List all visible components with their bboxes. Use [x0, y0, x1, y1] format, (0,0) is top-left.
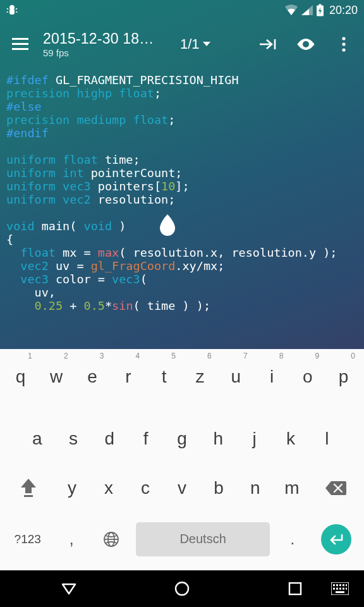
svg-rect-7 [318, 4, 321, 6]
chevron-down-icon [202, 41, 211, 47]
key-h[interactable]: h [200, 414, 236, 464]
key-c[interactable]: c [127, 463, 164, 513]
hint-9: 9 [289, 352, 325, 364]
key-g[interactable]: g [164, 414, 200, 464]
key-y[interactable]: y [54, 463, 90, 513]
key-p[interactable]: p [325, 364, 361, 414]
svg-rect-10 [12, 48, 28, 50]
android-debug-icon [6, 4, 18, 16]
svg-rect-31 [339, 588, 341, 590]
key-s[interactable]: s [55, 414, 91, 464]
battery-charging-icon [316, 4, 324, 16]
key-e[interactable]: e [75, 364, 111, 414]
status-bar: 20:20 [0, 0, 364, 20]
key-row-4: ?123 , Deutsch . [0, 513, 364, 570]
language-key[interactable] [90, 513, 132, 565]
app-bar: 2015-12-30 18… 59 fps 1/1 [0, 20, 364, 68]
svg-rect-27 [343, 584, 344, 586]
key-l[interactable]: l [309, 414, 345, 464]
document-title: 2015-12-30 18… [43, 30, 170, 47]
svg-rect-32 [343, 588, 344, 590]
hint-1: 1 [3, 352, 39, 364]
key-u[interactable]: u [218, 364, 254, 414]
code-editor[interactable]: #ifdef GL_FRAGMENT_PRECISION_HIGHprecisi… [0, 68, 364, 349]
svg-rect-8 [12, 38, 28, 40]
svg-rect-9 [12, 43, 28, 45]
enter-key[interactable] [312, 513, 361, 565]
spacebar[interactable]: Deutsch [136, 522, 270, 556]
key-i[interactable]: i [254, 364, 290, 414]
svg-rect-24 [333, 584, 335, 586]
svg-rect-28 [346, 584, 347, 586]
hint-4: 4 [110, 352, 146, 364]
svg-point-13 [303, 41, 309, 47]
recents-button[interactable] [280, 573, 310, 604]
key-m[interactable]: m [274, 463, 310, 513]
page-counter: 1/1 [180, 36, 200, 52]
svg-rect-26 [339, 584, 341, 586]
status-time: 20:20 [329, 4, 358, 17]
key-d[interactable]: d [92, 414, 128, 464]
key-row-2: asdfghjkl [0, 414, 364, 464]
key-k[interactable]: k [272, 414, 308, 464]
svg-point-16 [342, 48, 345, 51]
back-button[interactable] [54, 573, 84, 604]
text-cursor-handle[interactable] [159, 214, 176, 238]
key-f[interactable]: f [128, 414, 164, 464]
navigation-bar [0, 570, 364, 607]
fps-subtitle: 59 fps [43, 47, 170, 58]
hint-0: 0 [325, 352, 361, 364]
key-row-3: yxcvbnm [0, 463, 364, 513]
key-x[interactable]: x [90, 463, 127, 513]
period-key[interactable]: . [274, 513, 312, 565]
hint-5: 5 [146, 352, 182, 364]
hint-8: 8 [254, 352, 290, 364]
key-w[interactable]: w [39, 364, 75, 414]
svg-point-21 [176, 582, 188, 595]
svg-rect-34 [336, 591, 344, 593]
backspace-key[interactable] [310, 463, 361, 513]
cell-signal-icon [301, 4, 313, 16]
key-j[interactable]: j [236, 414, 272, 464]
key-n[interactable]: n [237, 463, 274, 513]
svg-line-2 [7, 8, 8, 9]
hint-3: 3 [75, 352, 111, 364]
key-b[interactable]: b [200, 463, 237, 513]
svg-point-14 [342, 37, 345, 40]
key-r[interactable]: r [110, 364, 146, 414]
svg-rect-1 [9, 9, 15, 15]
number-hint-row: 1234567890 [0, 349, 364, 364]
svg-rect-17 [24, 495, 33, 497]
menu-button[interactable] [5, 29, 35, 59]
svg-rect-22 [289, 583, 301, 594]
symbols-key[interactable]: ?123 [3, 513, 52, 565]
tab-end-button[interactable] [253, 29, 283, 59]
page-counter-dropdown[interactable]: 1/1 [180, 36, 211, 52]
wifi-icon [284, 4, 298, 16]
hint-2: 2 [39, 352, 75, 364]
key-z[interactable]: z [182, 364, 218, 414]
hint-7: 7 [218, 352, 254, 364]
overflow-menu-button[interactable] [329, 29, 359, 59]
visibility-button[interactable] [291, 29, 321, 59]
hint-6: 6 [182, 352, 218, 364]
svg-point-15 [342, 42, 345, 46]
key-row-1: qwertzuiop [0, 364, 364, 414]
svg-rect-30 [336, 588, 338, 590]
key-v[interactable]: v [164, 463, 200, 513]
title-block[interactable]: 2015-12-30 18… 59 fps [43, 30, 173, 58]
svg-line-3 [16, 8, 17, 9]
soft-keyboard: 1234567890 qwertzuiop asdfghjkl yxcvbnm … [0, 349, 364, 570]
key-t[interactable]: t [146, 364, 182, 414]
svg-rect-29 [333, 588, 335, 590]
ime-switch-button[interactable] [325, 573, 355, 604]
key-o[interactable]: o [289, 364, 325, 414]
key-a[interactable]: a [19, 414, 55, 464]
svg-rect-33 [346, 588, 347, 590]
key-q[interactable]: q [3, 364, 39, 414]
shift-key[interactable] [3, 463, 54, 513]
comma-key[interactable]: , [52, 513, 90, 565]
home-button[interactable] [167, 573, 197, 604]
svg-rect-25 [336, 584, 338, 586]
